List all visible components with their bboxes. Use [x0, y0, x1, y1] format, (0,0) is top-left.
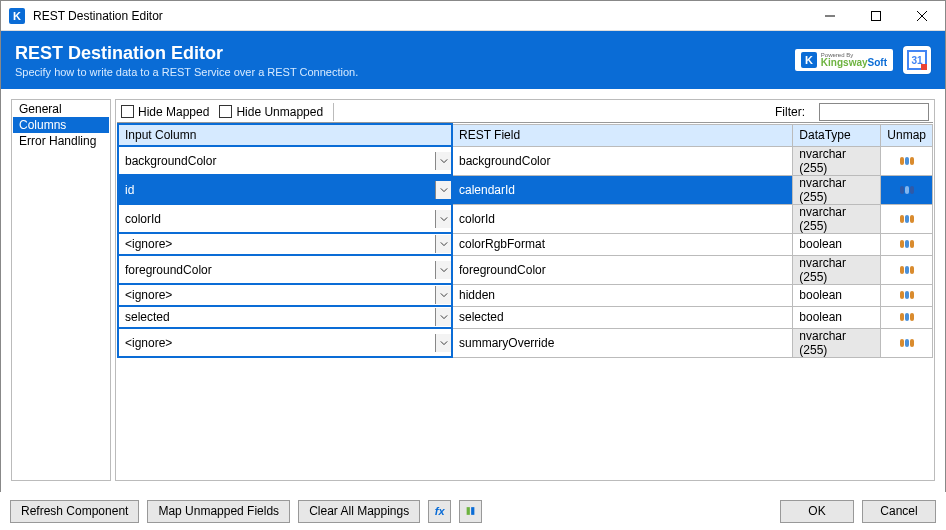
unmap-icon[interactable]: [900, 291, 914, 299]
table-row[interactable]: backgroundColorbackgroundColornvarchar (…: [118, 146, 933, 175]
unmap-cell[interactable]: [881, 204, 933, 233]
unmap-icon[interactable]: [900, 240, 914, 248]
datatype-cell: boolean: [793, 284, 881, 306]
unmap-cell[interactable]: [881, 233, 933, 255]
hide-mapped-label: Hide Mapped: [138, 105, 209, 119]
input-column-value: colorId: [119, 212, 435, 226]
page-subtitle: Specify how to write data to a REST Serv…: [15, 66, 795, 78]
chevron-down-icon[interactable]: [435, 308, 451, 326]
table-row[interactable]: colorIdcolorIdnvarchar (255): [118, 204, 933, 233]
rest-field-cell: foregroundColor: [452, 255, 793, 284]
checkbox-icon: [121, 105, 134, 118]
chevron-down-icon[interactable]: [435, 210, 451, 228]
expression-fx-button[interactable]: fx: [428, 500, 451, 523]
hide-unmapped-checkbox[interactable]: Hide Unmapped: [219, 105, 323, 119]
window-title: REST Destination Editor: [33, 9, 807, 23]
input-column-value: foregroundColor: [119, 263, 435, 277]
sidebar: GeneralColumnsError Handling: [11, 99, 111, 481]
chevron-down-icon[interactable]: [435, 235, 451, 253]
close-button[interactable]: [899, 1, 945, 30]
mapping-grid: Input Column REST Field DataType Unmap b…: [117, 123, 933, 479]
unmap-icon[interactable]: [900, 157, 914, 165]
clear-all-mappings-button[interactable]: Clear All Mappings: [298, 500, 420, 523]
unmap-cell[interactable]: [881, 284, 933, 306]
rest-field-cell: selected: [452, 306, 793, 328]
app-icon: K: [9, 8, 25, 24]
columns-icon-button[interactable]: [459, 500, 482, 523]
input-column-value: <ignore>: [119, 288, 435, 302]
header-band: REST Destination Editor Specify how to w…: [1, 31, 945, 89]
table-row[interactable]: selectedselectedboolean: [118, 306, 933, 328]
chevron-down-icon[interactable]: [435, 181, 451, 199]
sidebar-item-general[interactable]: General: [13, 101, 109, 117]
toolbar: Hide Mapped Hide Unmapped Filter:: [117, 101, 933, 123]
header-text: REST Destination Editor Specify how to w…: [15, 43, 795, 78]
datatype-cell: nvarchar (255): [793, 328, 881, 357]
unmap-cell[interactable]: [881, 328, 933, 357]
chevron-down-icon[interactable]: [435, 261, 451, 279]
ok-button[interactable]: OK: [780, 500, 854, 523]
window-controls: [807, 1, 945, 30]
input-column-cell[interactable]: foregroundColor: [118, 255, 452, 284]
hide-mapped-checkbox[interactable]: Hide Mapped: [121, 105, 209, 119]
header-input-column[interactable]: Input Column: [118, 124, 452, 146]
header-datatype[interactable]: DataType: [793, 124, 881, 146]
datatype-cell: boolean: [793, 233, 881, 255]
checkbox-icon: [219, 105, 232, 118]
minimize-button[interactable]: [807, 1, 853, 30]
brand-area: K Powered By KingswaySoft 31: [795, 46, 931, 74]
unmap-cell[interactable]: [881, 175, 933, 204]
input-column-cell[interactable]: <ignore>: [118, 233, 452, 255]
unmap-icon[interactable]: [900, 186, 914, 194]
filter-input[interactable]: [819, 103, 929, 121]
datatype-cell: nvarchar (255): [793, 255, 881, 284]
titlebar: K REST Destination Editor: [1, 1, 945, 31]
datatype-cell: boolean: [793, 306, 881, 328]
rest-field-cell: hidden: [452, 284, 793, 306]
sidebar-item-error-handling[interactable]: Error Handling: [13, 133, 109, 149]
table-row[interactable]: <ignore>hiddenboolean: [118, 284, 933, 306]
table-row[interactable]: <ignore>summaryOverridenvarchar (255): [118, 328, 933, 357]
unmap-icon[interactable]: [900, 313, 914, 321]
header-unmap[interactable]: Unmap: [881, 124, 933, 146]
svg-rect-4: [467, 507, 470, 515]
input-column-cell[interactable]: <ignore>: [118, 328, 452, 357]
cancel-button[interactable]: Cancel: [862, 500, 936, 523]
input-column-cell[interactable]: selected: [118, 306, 452, 328]
separator: [333, 103, 334, 121]
chevron-down-icon[interactable]: [435, 334, 451, 352]
sidebar-item-columns[interactable]: Columns: [13, 117, 109, 133]
input-column-cell[interactable]: backgroundColor: [118, 146, 452, 175]
input-column-value: selected: [119, 310, 435, 324]
main-panel: Hide Mapped Hide Unmapped Filter: Input …: [115, 99, 935, 481]
datatype-cell: nvarchar (255): [793, 204, 881, 233]
unmap-icon[interactable]: [900, 339, 914, 347]
table-row[interactable]: foregroundColorforegroundColornvarchar (…: [118, 255, 933, 284]
chevron-down-icon[interactable]: [435, 286, 451, 304]
content-area: GeneralColumnsError Handling Hide Mapped…: [1, 89, 945, 481]
table-row[interactable]: <ignore>colorRgbFormatboolean: [118, 233, 933, 255]
input-column-value: <ignore>: [119, 237, 435, 251]
google-calendar-icon: 31: [903, 46, 931, 74]
rest-field-cell: backgroundColor: [452, 146, 793, 175]
hide-unmapped-label: Hide Unmapped: [236, 105, 323, 119]
input-column-value: backgroundColor: [119, 154, 435, 168]
unmap-cell[interactable]: [881, 306, 933, 328]
datatype-cell: nvarchar (255): [793, 175, 881, 204]
map-unmapped-fields-button[interactable]: Map Unmapped Fields: [147, 500, 290, 523]
header-rest-field[interactable]: REST Field: [452, 124, 793, 146]
input-column-cell[interactable]: colorId: [118, 204, 452, 233]
unmap-icon[interactable]: [900, 215, 914, 223]
refresh-component-button[interactable]: Refresh Component: [10, 500, 139, 523]
table-row[interactable]: idcalendarIdnvarchar (255): [118, 175, 933, 204]
input-column-cell[interactable]: <ignore>: [118, 284, 452, 306]
kingswaysoft-logo: K Powered By KingswaySoft: [795, 49, 893, 71]
chevron-down-icon[interactable]: [435, 152, 451, 170]
unmap-cell[interactable]: [881, 255, 933, 284]
datatype-cell: nvarchar (255): [793, 146, 881, 175]
input-column-cell[interactable]: id: [118, 175, 452, 204]
input-column-value: id: [119, 183, 435, 197]
unmap-cell[interactable]: [881, 146, 933, 175]
maximize-button[interactable]: [853, 1, 899, 30]
unmap-icon[interactable]: [900, 266, 914, 274]
